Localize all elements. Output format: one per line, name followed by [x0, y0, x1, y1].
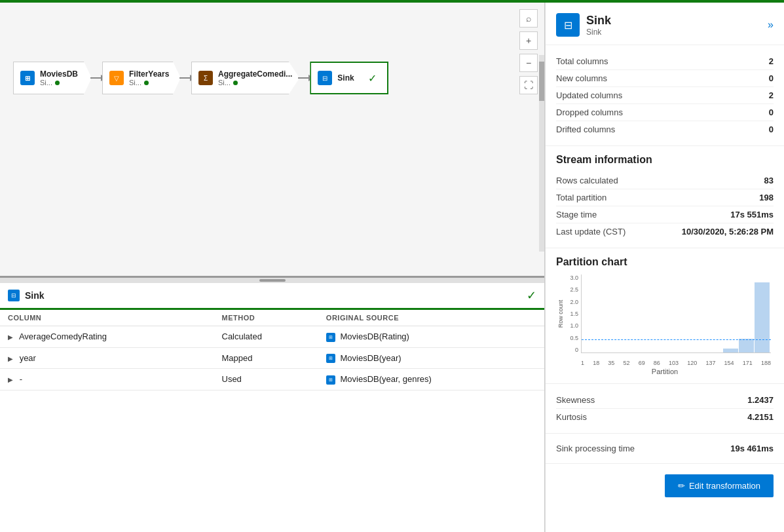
dot-agg — [233, 81, 238, 85]
node-title-sink: Sink — [337, 73, 354, 83]
sink-header: ⊟ Sink ✓ — [0, 283, 544, 310]
expand-btn-1[interactable]: ▶ — [8, 355, 13, 362]
pencil-icon: ✏ — [678, 481, 685, 491]
edit-btn-container: ✏ Edit transformation — [546, 464, 784, 508]
rph-expand-icon[interactable]: » — [768, 19, 774, 31]
divider-dots — [259, 279, 286, 282]
stat-value-drifted-columns: 0 — [769, 124, 774, 134]
pipeline-node-moviesdb[interactable]: ⊞ MoviesDB Si... — [13, 62, 92, 94]
stat-row-new-columns: New columns 0 — [556, 70, 774, 87]
stat-row-stage-time: Stage time 17s 551ms — [556, 206, 774, 223]
source-icon-0: ⊞ — [326, 333, 335, 342]
stat-row-total-columns: Total columns 2 — [556, 53, 774, 70]
expand-btn-2[interactable]: ▶ — [8, 376, 13, 383]
chart-container: Row count 3.0 2.5 2.0 1.5 1.0 0.5 0 — [556, 275, 774, 366]
bottom-table-area: ⊟ Sink ✓ COLUMN METHOD ORIGINAL SOURCE ▶ — [0, 283, 544, 532]
chart-x-label-35: 35 — [608, 360, 614, 366]
data-table: COLUMN METHOD ORIGINAL SOURCE ▶ AverageC… — [0, 310, 544, 390]
chart-y-label-05: 0.5 — [570, 335, 578, 341]
skew-section: Skewness 1.2437 Kurtosis 4.2151 — [546, 384, 784, 434]
node-box-moviesdb[interactable]: ⊞ MoviesDB Si... — [13, 62, 92, 94]
expand-btn-0[interactable]: ▶ — [8, 333, 13, 341]
chart-x-labels: 1 18 35 52 69 86 103 120 137 154 171 188 — [581, 360, 771, 366]
connector-agg-sink — [298, 77, 311, 79]
rph-subtitle: Sink — [586, 28, 768, 37]
cell-source-0: ⊞ MoviesDB(Rating) — [318, 326, 544, 348]
table-header-row: COLUMN METHOD ORIGINAL SOURCE — [0, 310, 544, 326]
node-box-agg[interactable]: Σ AggregateComedi... Si... — [191, 62, 299, 94]
node-title-moviesdb: MoviesDB — [40, 69, 78, 79]
chart-dashed-line — [582, 339, 771, 340]
col-header-source: ORIGINAL SOURCE — [318, 310, 544, 326]
stat-value-new-columns: 0 — [769, 73, 774, 83]
stat-value-last-update: 10/30/2020, 5:26:28 PM — [682, 227, 774, 237]
chart-y-label-0: 0 — [575, 347, 578, 353]
chart-body — [581, 275, 771, 353]
chart-x-label-188: 188 — [761, 360, 771, 366]
fit-button[interactable]: ⛶ — [519, 76, 538, 94]
rph-text: Sink Sink — [586, 14, 768, 37]
chart-x-label-1: 1 — [581, 360, 584, 366]
cell-source-1: ⊞ MoviesDB(year) — [318, 347, 544, 369]
main-container: ⊞ MoviesDB Si... ▽ — [0, 3, 784, 532]
stat-label-kurtosis: Kurtosis — [556, 412, 587, 422]
chart-y-label-25: 2.5 — [570, 286, 578, 293]
left-panel: ⊞ MoviesDB Si... ▽ — [0, 3, 545, 532]
search-button[interactable]: ⌕ — [519, 9, 538, 28]
chart-y-labels: 3.0 2.5 2.0 1.5 1.0 0.5 0 — [565, 275, 580, 353]
col-header-column: COLUMN — [0, 310, 214, 326]
pipeline-node-filteryears[interactable]: ▽ FilterYears Si... — [102, 62, 181, 94]
col-header-method: METHOD — [214, 310, 318, 326]
chart-bar-10 — [723, 349, 738, 352]
sink-check-icon: ✓ — [368, 72, 377, 85]
stats-section: Total columns 2 New columns 0 Updated co… — [546, 45, 784, 146]
connector-filter-agg — [179, 77, 193, 79]
rph-title: Sink — [586, 14, 768, 28]
chart-y-label-30: 3.0 — [570, 275, 578, 281]
stat-label-new-columns: New columns — [556, 73, 607, 83]
connector-moviesdb-filter — [90, 77, 103, 79]
chart-x-label-171: 171 — [743, 360, 753, 366]
cell-source-2: ⊞ MoviesDB(year, genres) — [318, 369, 544, 390]
chart-bars — [582, 275, 771, 352]
zoom-in-button[interactable]: + — [519, 31, 538, 50]
agg-icon: Σ — [198, 71, 213, 85]
pipeline-node-sink[interactable]: ⊟ Sink ✓ — [310, 62, 388, 94]
node-box-filteryears[interactable]: ▽ FilterYears Si... — [102, 62, 181, 94]
sink-header-title: Sink — [25, 290, 521, 301]
pipeline-node-agg[interactable]: Σ AggregateComedi... Si... — [191, 62, 299, 94]
stat-row-skewness: Skewness 1.2437 — [556, 392, 774, 409]
source-icon-1: ⊞ — [326, 354, 335, 363]
rph-sink-icon: ⊟ — [556, 13, 580, 37]
cell-column-1: ▶ year — [0, 347, 214, 369]
node-title-filteryears: FilterYears — [129, 69, 169, 79]
filter-icon-filteryears: ▽ — [109, 71, 124, 85]
canvas-toolbar: ⌕ + − ⛶ — [519, 9, 538, 94]
node-text-sink: Sink — [337, 73, 354, 83]
cell-method-2: Used — [214, 369, 318, 390]
node-title-agg: AggregateComedi... — [218, 69, 292, 79]
stream-section-title: Stream information — [556, 154, 774, 166]
zoom-out-button[interactable]: − — [519, 54, 538, 72]
stat-value-updated-columns: 2 — [769, 90, 774, 100]
stat-row-drifted-columns: Drifted columns 0 — [556, 121, 774, 138]
stat-label-drifted-columns: Drifted columns — [556, 124, 615, 134]
table-row: ▶ - Used ⊞ MoviesDB(year, genres) — [0, 369, 544, 390]
divider-handle[interactable] — [0, 278, 544, 283]
chart-x-label-86: 86 — [654, 360, 660, 366]
chart-x-label-137: 137 — [705, 360, 715, 366]
table-row: ▶ year Mapped ⊞ MoviesDB(year) — [0, 347, 544, 369]
canvas-scrollbar[interactable] — [539, 55, 544, 252]
chart-y-label-15: 1.5 — [570, 311, 578, 317]
stat-row-rows-calc: Rows calculated 83 — [556, 172, 774, 189]
edit-transformation-button[interactable]: ✏ Edit transformation — [665, 474, 774, 497]
cell-column-0: ▶ AverageComedyRating — [0, 326, 214, 348]
stat-label-sink-processing: Sink processing time — [556, 444, 635, 453]
stat-value-skewness: 1.2437 — [747, 395, 774, 405]
canvas-area: ⊞ MoviesDB Si... ▽ — [0, 3, 544, 278]
canvas-scrollbar-thumb — [539, 62, 544, 101]
stat-label-skewness: Skewness — [556, 395, 595, 405]
partition-chart-title: Partition chart — [556, 256, 774, 268]
node-text-agg: AggregateComedi... Si... — [218, 69, 292, 86]
node-box-sink[interactable]: ⊟ Sink ✓ — [310, 62, 388, 94]
